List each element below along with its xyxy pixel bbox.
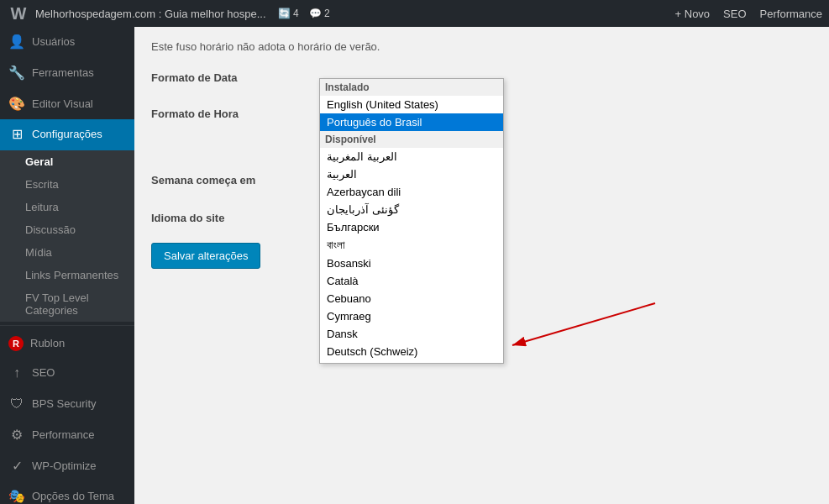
sidebar-item-label: Configurações: [32, 128, 102, 142]
sidebar-item-label: Opções do Tema: [32, 490, 114, 504]
sidebar-item-configuracoes[interactable]: ⊞ Configurações: [0, 119, 134, 150]
formato-hora-label: Formato de Hora: [151, 96, 319, 162]
sidebar-item-usuarios[interactable]: 👤 Usuários: [0, 27, 134, 58]
bps-icon: 🛡: [8, 396, 25, 413]
wp-logo-icon[interactable]: W: [7, 2, 30, 25]
comments-icon[interactable]: 💬 2: [309, 8, 330, 19]
updates-icon[interactable]: 🔄 4: [278, 8, 299, 19]
lang-option-cy[interactable]: Cymraeg: [320, 307, 503, 325]
idioma-label: Idioma do site: [151, 200, 319, 236]
available-group-label: Disponível: [320, 131, 503, 148]
lang-option-az_IR[interactable]: گؤنئی آذربایجان: [320, 201, 503, 218]
lang-option-az[interactable]: Azerbaycan dili: [320, 183, 503, 201]
sidebar-item-opcoes-tema[interactable]: 🎭 Opções do Tema: [0, 481, 134, 504]
sidebar-item-label: Editor Visual: [32, 97, 93, 112]
site-name[interactable]: Melhorhospedagem.com : Guia melhor hospe…: [35, 8, 266, 20]
rublon-icon: R: [8, 336, 24, 351]
lang-option-da[interactable]: Dansk: [320, 325, 503, 343]
configuracoes-icon: ⊞: [8, 126, 25, 144]
svg-line-1: [512, 303, 655, 345]
submenu-links-permanentes[interactable]: Links Permanentes: [0, 264, 134, 286]
lang-option-bs[interactable]: Bosanski: [320, 255, 503, 272]
adminbar-icons: 🔄 4 💬 2: [278, 8, 330, 19]
lang-option-bn[interactable]: বাংলা: [320, 236, 503, 255]
installed-group-label: Instalado: [320, 79, 503, 96]
submenu-geral[interactable]: Geral: [0, 150, 134, 173]
sidebar-item-seo[interactable]: ↑ SEO: [0, 358, 134, 389]
formato-data-value: Instalado English (United States) Portug…: [319, 60, 812, 96]
lang-option-ca[interactable]: Català: [320, 272, 503, 290]
submenu-escrita[interactable]: Escrita: [0, 173, 134, 196]
sidebar-item-performance[interactable]: ⚙ Performance: [0, 420, 134, 451]
sidebar-item-editor-visual[interactable]: 🎨 Editor Visual: [0, 89, 134, 120]
sidebar-item-label: Performance: [32, 428, 94, 443]
editor-icon: 🎨: [8, 96, 25, 113]
lang-option-ar[interactable]: العربية: [320, 165, 503, 183]
settings-table: Formato de Data Instalado English (Unite…: [151, 60, 812, 236]
lang-option-ar_MA[interactable]: العربية المغربية: [320, 148, 503, 165]
submenu-midia[interactable]: Mídia: [0, 241, 134, 264]
seo-link[interactable]: SEO: [723, 8, 746, 20]
timezone-note: Este fuso horário não adota o horário de…: [151, 40, 812, 53]
language-listbox[interactable]: Instalado English (United States) Portug…: [319, 78, 504, 364]
wp-optimize-icon: ✓: [8, 458, 25, 475]
submenu-discussao[interactable]: Discussão: [0, 218, 134, 241]
lang-option-pt_BR[interactable]: Português do Brasil: [320, 113, 503, 131]
seo-icon: ↑: [8, 365, 25, 382]
adminbar-right: + Novo SEO Performance: [675, 8, 822, 20]
sidebar: 👤 Usuários 🔧 Ferramentas 🎨 Editor Visual…: [0, 27, 134, 504]
save-button[interactable]: Salvar alterações: [151, 243, 260, 269]
lang-option-en_US[interactable]: English (United States): [320, 96, 503, 113]
lang-option-de_formal[interactable]: Deutsch (Sie): [320, 360, 503, 364]
lang-option-bg[interactable]: Български: [320, 218, 503, 236]
sidebar-item-ferramentas[interactable]: 🔧 Ferramentas: [0, 58, 134, 89]
submenu-fv-top-level[interactable]: FV Top Level Categories: [0, 286, 134, 322]
sidebar-item-label: Usuários: [32, 35, 75, 50]
sidebar-item-wp-optimize[interactable]: ✓ WP-Optimize: [0, 451, 134, 482]
formato-data-label: Formato de Data: [151, 60, 319, 96]
sidebar-item-label: Rublon: [30, 337, 65, 351]
formato-data-row: Formato de Data Instalado English (Unite…: [151, 60, 812, 96]
menu-separator: [0, 325, 134, 326]
sidebar-item-label: SEO: [32, 366, 55, 381]
performance-icon: ⚙: [8, 427, 25, 444]
sidebar-item-bps-security[interactable]: 🛡 BPS Security: [0, 389, 134, 420]
sidebar-item-rublon[interactable]: R Rublon: [0, 329, 134, 358]
admin-bar: W Melhorhospedagem.com : Guia melhor hos…: [0, 0, 829, 27]
red-arrow-annotation: [487, 295, 672, 365]
sidebar-item-label: WP-Optimize: [32, 459, 97, 474]
lang-option-ceb[interactable]: Cebuano: [320, 290, 503, 307]
novo-link[interactable]: + Novo: [675, 8, 711, 20]
opcoes-tema-icon: 🎭: [8, 488, 25, 504]
semana-label: Semana começa em: [151, 162, 319, 200]
submenu-leitura[interactable]: Leitura: [0, 196, 134, 218]
ferramentas-icon: 🔧: [8, 65, 25, 82]
usuarios-icon: 👤: [8, 34, 25, 51]
sidebar-item-label: Ferramentas: [32, 66, 94, 81]
lang-option-de_CH[interactable]: Deutsch (Schweiz): [320, 343, 503, 360]
performance-link[interactable]: Performance: [760, 8, 822, 20]
main-content: Este fuso horário não adota o horário de…: [134, 27, 829, 504]
sidebar-item-label: BPS Security: [32, 397, 97, 412]
configuracoes-submenu: Geral Escrita Leitura Discussão Mídia Li…: [0, 150, 134, 322]
